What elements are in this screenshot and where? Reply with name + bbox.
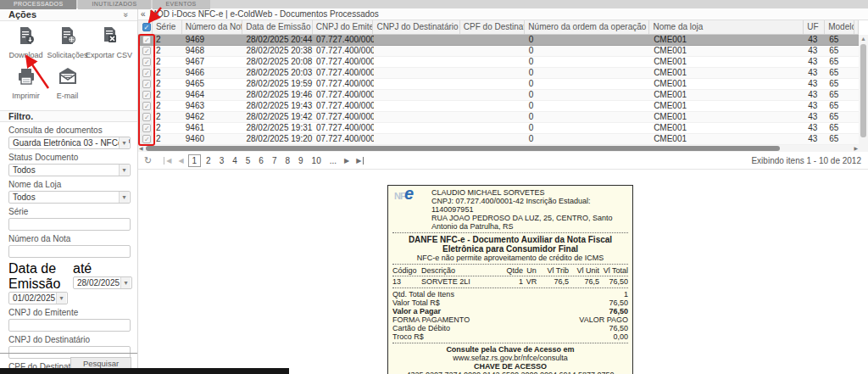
row-checkbox[interactable]: ✓	[142, 124, 151, 132]
select-all-checkbox[interactable]: ✓	[142, 23, 151, 31]
cell-emissao: 28/02/2025 19:42:50	[242, 112, 313, 122]
tab-processados[interactable]: PROCESSADOS	[0, 0, 76, 9]
cnpj-emitente-input[interactable]	[8, 319, 131, 332]
cell-ordem: 0	[526, 123, 650, 133]
email-button[interactable]: E-mail	[47, 66, 88, 103]
cell-modelo: 65	[826, 79, 855, 89]
table-row[interactable]: ✓ 2 9463 28/02/2025 19:43:40 07.727.400/…	[138, 101, 859, 112]
cell-modelo: 65	[826, 35, 855, 45]
column-header-chave[interactable]: C	[854, 20, 859, 34]
cell-emissao: 28/02/2025 19:43:40	[242, 101, 313, 111]
receipt-summary: Qtd. Total de Itens1Valor Total R$76,50V…	[392, 290, 628, 341]
solicitacoes-button[interactable]: Solicitações	[47, 25, 88, 63]
column-header-cnpj-emitente[interactable]: CNPJ do Emitente	[313, 20, 374, 34]
tab-inutilizados[interactable]: INUTILIZADOS	[78, 0, 150, 9]
app-window: PROCESSADOS INUTILIZADOS EVENTOS ✕ Ações…	[0, 0, 868, 374]
vertical-scroll-thumb[interactable]	[860, 44, 866, 137]
row-checkbox[interactable]: ✓	[142, 69, 151, 77]
page-button[interactable]: 5	[242, 155, 254, 166]
page-button[interactable]: 6	[255, 155, 267, 166]
table-row[interactable]: ✓ 2 9462 28/02/2025 19:42:50 07.727.400/…	[138, 112, 859, 123]
column-header-ordem[interactable]: Número da ordem da operação	[525, 20, 649, 34]
loja-select[interactable]: Todos ▾	[8, 191, 131, 204]
page-button[interactable]: 8	[281, 155, 293, 166]
cell-cnpj-emitente: 07.727.400/0001-42	[313, 123, 374, 133]
horizontal-scrollbar[interactable]: ◀ ▶	[138, 145, 859, 152]
table-row[interactable]: ✓ 2 9466 28/02/2025 20:03:06 07.727.400/…	[138, 68, 859, 79]
serie-input[interactable]	[8, 218, 131, 231]
table-row[interactable]: ✓ 2 9461 28/02/2025 19:31:51 07.727.400/…	[138, 123, 859, 134]
page-button[interactable]: 3	[216, 155, 228, 166]
status-select[interactable]: Todos ▾	[8, 164, 131, 176]
cell-cnpj-destinatario	[374, 35, 461, 45]
dropdown-caret-icon: ▾	[56, 293, 66, 304]
receipt-summary-row: Qtd. Total de Itens1	[392, 290, 628, 299]
page-button[interactable]: 7	[269, 155, 281, 166]
numero-nota-input[interactable]	[8, 245, 131, 258]
column-header-emissao[interactable]: Data de Emissão	[242, 20, 313, 34]
collapse-sidebar-icon[interactable]: «	[141, 9, 146, 19]
column-header-serie[interactable]: Série	[153, 20, 182, 34]
cell-cnpj-destinatario	[374, 57, 461, 67]
row-checkbox[interactable]: ✓	[142, 91, 151, 99]
row-checkbox[interactable]: ✓	[142, 102, 151, 110]
scroll-up-icon[interactable]: ▲	[859, 35, 868, 43]
column-header-uf[interactable]: UF	[804, 20, 825, 34]
cell-uf: 43	[804, 79, 826, 89]
consulta-select[interactable]: Guarda Eletrônica 03 - NFCe PD ▾	[8, 137, 131, 149]
horizontal-scroll-thumb[interactable]	[146, 146, 780, 151]
page-button[interactable]: 9	[295, 155, 307, 166]
status-value: Todos	[13, 165, 36, 175]
refresh-icon[interactable]: ↻	[144, 155, 152, 166]
summary-label: Valor Total R$	[392, 299, 440, 307]
page-button[interactable]: ...	[326, 155, 340, 166]
table-row[interactable]: ✓ 2 9467 28/02/2025 20:08:40 07.727.400/…	[138, 57, 859, 68]
row-checkbox[interactable]: ✓	[142, 80, 151, 88]
row-checkbox-cell: ✓	[138, 68, 153, 78]
page-button[interactable]: 2	[203, 155, 214, 166]
data-ate-select[interactable]: 28/02/2025 ▾	[73, 276, 132, 289]
cell-cnpj-destinatario	[374, 123, 461, 133]
row-checkbox-cell: ✓	[138, 123, 153, 133]
download-button[interactable]: Download	[5, 25, 47, 63]
row-checkbox[interactable]: ✓	[142, 135, 151, 143]
imprimir-button[interactable]: Imprimir	[5, 66, 47, 103]
consulte-url: www.sefaz.rs.gov.br/nfce/consulta	[392, 354, 628, 362]
prev-page-icon[interactable]: ◀	[178, 157, 183, 165]
cell-cnpj-destinatario	[374, 90, 461, 100]
table-row[interactable]: ✓ 2 9464 28/02/2025 19:46:17 07.727.400/…	[138, 90, 859, 101]
scroll-right-icon[interactable]: ▶	[854, 145, 858, 152]
page-button[interactable]: 10	[309, 155, 325, 166]
exportar-csv-button[interactable]: Exportar CSV	[88, 25, 130, 63]
collapse-panel-icon[interactable]: »	[122, 12, 131, 17]
page-button[interactable]: 4	[229, 155, 241, 166]
scroll-left-icon[interactable]: ◀	[139, 145, 143, 152]
column-header-cnpj-destinatario[interactable]: CNPJ do Destinatário	[373, 20, 459, 34]
cell-cnpj-destinatario	[374, 112, 461, 122]
column-header-loja[interactable]: Nome da loja	[649, 20, 804, 34]
column-header-numero[interactable]: Número da Nota	[182, 20, 243, 34]
page-button[interactable]: 1	[188, 154, 202, 167]
table-row[interactable]: ✓ 2 9469 28/02/2025 20:44:55 07.727.400/…	[138, 35, 859, 46]
column-header-modelo[interactable]: Modelo	[825, 20, 854, 34]
serie-label: Série	[8, 207, 131, 216]
next-page-icon[interactable]: ▶	[344, 157, 349, 165]
last-page-icon[interactable]: ▶	[356, 157, 364, 165]
table-row[interactable]: ✓ 2 9460 28/02/2025 19:20:02 07.727.400/…	[138, 134, 859, 145]
table-row[interactable]: ✓ 2 9468 28/02/2025 20:38:22 07.727.400/…	[138, 46, 859, 57]
table-row[interactable]: ✓ 2 9465 28/02/2025 19:59:09 07.727.400/…	[138, 79, 859, 90]
tab-eventos[interactable]: EVENTOS	[153, 0, 210, 9]
row-checkbox[interactable]: ✓	[142, 58, 151, 66]
first-page-icon[interactable]: ◀	[164, 157, 171, 165]
cell-ordem: 0	[526, 134, 650, 144]
vertical-scrollbar[interactable]: ▲	[859, 35, 868, 154]
receipt-summary-row: Troco R$0,00	[392, 332, 628, 341]
row-checkbox[interactable]: ✓	[142, 47, 151, 55]
summary-value: 0,00	[613, 332, 628, 341]
data-de-select[interactable]: 01/02/2025 ▾	[8, 292, 68, 304]
row-checkbox[interactable]: ✓	[142, 36, 151, 44]
row-checkbox[interactable]: ✓	[142, 113, 151, 121]
emitter-cnpj-line: CNPJ: 07.727.400/0001-42 Inscrição Estad…	[431, 197, 628, 214]
column-header-cpf-destinatario[interactable]: CPF do Destinatário	[460, 20, 526, 34]
cell-cnpj-emitente: 07.727.400/0001-42	[313, 134, 374, 144]
